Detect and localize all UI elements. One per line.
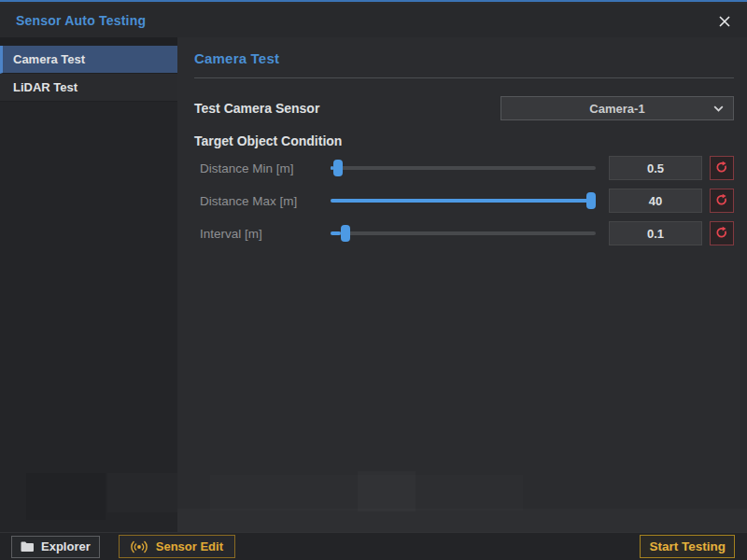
sidebar: Camera Test LiDAR Test [0, 37, 177, 532]
page-title: Camera Test [194, 50, 734, 66]
heading-divider [194, 77, 734, 78]
interval-slider[interactable] [331, 225, 596, 242]
camera-sensor-dropdown-value: Camera-1 [589, 102, 644, 116]
explorer-button[interactable]: Explorer [11, 536, 100, 558]
distance-min-value[interactable]: 0.5 [609, 156, 702, 180]
sensor-select-row: Test Camera Sensor Camera-1 [194, 96, 734, 120]
distance-max-slider[interactable] [331, 192, 596, 209]
footer-bar: Explorer Sensor Edit Start Testing [0, 532, 747, 560]
start-testing-button[interactable]: Start Testing [640, 535, 735, 558]
slider-track[interactable] [331, 166, 596, 170]
interval-reset-button[interactable] [710, 221, 734, 245]
reset-icon [714, 226, 729, 241]
close-button[interactable] [715, 12, 734, 31]
slider-fill [331, 199, 596, 203]
window-title: Sensor Auto Testing [0, 13, 146, 28]
slider-thumb[interactable] [333, 160, 343, 176]
titlebar[interactable]: Sensor Auto Testing [0, 4, 747, 37]
interval-label: Interval [m] [200, 227, 331, 241]
sensor-select-label: Test Camera Sensor [194, 101, 319, 116]
target-object-condition-heading: Target Object Condition [194, 133, 734, 148]
sidebar-top-strip [0, 37, 177, 46]
slider-row: Interval [m] 0.1 [194, 221, 734, 245]
slider-rows: Distance Min [m] 0.5 D [194, 156, 734, 245]
slider-thumb[interactable] [586, 192, 596, 209]
sensor-edit-button-label: Sensor Edit [156, 539, 223, 553]
distance-min-label: Distance Min [m] [200, 161, 331, 175]
sensor-edit-button[interactable]: Sensor Edit [119, 535, 235, 558]
distance-max-label: Distance Max [m] [200, 194, 331, 208]
sidebar-item-camera-test[interactable]: Camera Test [0, 46, 177, 74]
sidebar-item-lidar-test[interactable]: LiDAR Test [0, 74, 177, 102]
main-panel: Camera Test Test Camera Sensor Camera-1 … [177, 37, 747, 532]
folder-icon [21, 540, 35, 553]
slider-track[interactable] [331, 231, 596, 235]
slider-row: Distance Min [m] 0.5 [194, 156, 734, 180]
slider-row: Distance Max [m] 40 [194, 189, 734, 213]
close-icon [718, 15, 731, 28]
sensor-auto-testing-window: Sensor Auto Testing Camera Test LiDAR Te… [0, 0, 747, 560]
chevron-down-icon [713, 105, 724, 112]
distance-min-reset-button[interactable] [710, 156, 734, 180]
slider-thumb[interactable] [341, 225, 350, 242]
distance-max-reset-button[interactable] [710, 189, 734, 213]
explorer-button-label: Explorer [41, 539, 91, 553]
broadcast-icon [131, 540, 148, 553]
slider-fill [331, 231, 341, 235]
distance-min-slider[interactable] [331, 160, 596, 176]
reset-icon [714, 193, 729, 208]
start-testing-button-label: Start Testing [649, 539, 726, 553]
reset-icon [714, 161, 729, 175]
camera-sensor-dropdown[interactable]: Camera-1 [500, 96, 734, 120]
distance-max-value[interactable]: 40 [609, 189, 702, 213]
interval-value[interactable]: 0.1 [609, 221, 702, 245]
